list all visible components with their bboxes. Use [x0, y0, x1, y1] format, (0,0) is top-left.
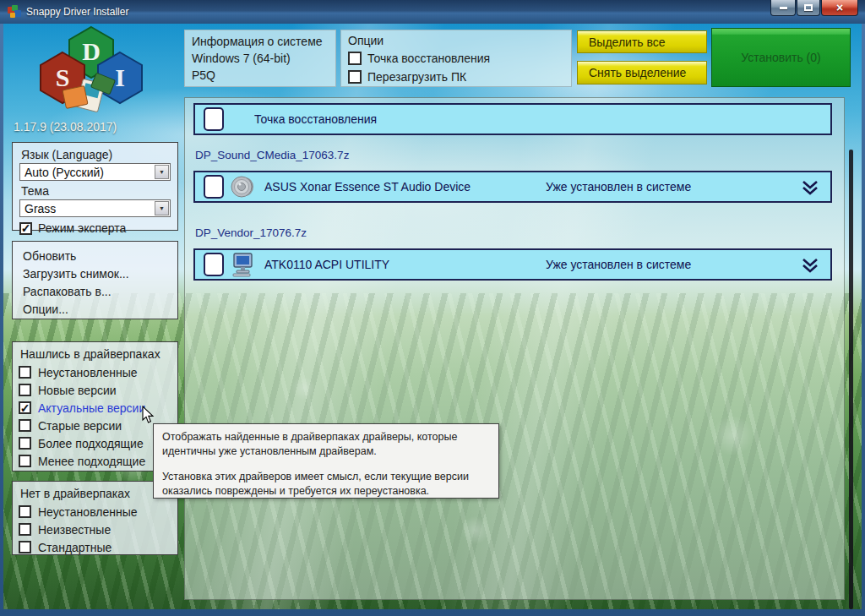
checkbox[interactable]: [19, 455, 31, 467]
menu-panel: Обновить Загрузить снимок... Распаковать…: [12, 241, 178, 319]
computer-icon: [231, 252, 256, 277]
filter-old-versions[interactable]: Старые версии: [19, 417, 171, 434]
restore-point-checkbox[interactable]: [204, 107, 224, 131]
filter-tooltip: Отображать найденные в драйверпаках драй…: [153, 423, 499, 499]
maximize-button[interactable]: [797, 0, 820, 16]
driver-checkbox[interactable]: [204, 253, 224, 276]
filter-nf-not-installed[interactable]: Неустановленные: [19, 503, 171, 521]
menu-item-extract-to[interactable]: Распаковать в...: [23, 283, 167, 300]
driverpack-link-vendor[interactable]: DP_Vendor_17076.7z: [195, 226, 307, 239]
install-button[interactable]: Установить (0): [711, 28, 851, 87]
restore-point-label: Точка восстановления: [254, 112, 377, 126]
theme-select[interactable]: Grass ▼: [19, 199, 171, 217]
checkbox[interactable]: [19, 419, 31, 432]
filter-not-installed[interactable]: Неустановленные: [19, 363, 171, 381]
checkbox[interactable]: [19, 437, 31, 450]
checkbox[interactable]: [348, 52, 362, 65]
maximize-icon: [804, 4, 813, 11]
filters-notfound-title: Нет в драйверпаках: [20, 487, 171, 500]
filters-found-title: Нашлись в драйверпаках: [20, 347, 171, 361]
minimize-button[interactable]: [770, 0, 796, 16]
menu-item-load-snapshot[interactable]: Загрузить снимок...: [23, 265, 167, 282]
close-icon: ×: [836, 2, 843, 14]
svg-text:S: S: [56, 63, 70, 91]
select-all-button[interactable]: Выделить все: [577, 30, 707, 53]
expert-mode-label: Режим эксперта: [38, 221, 126, 235]
filter-newer-versions[interactable]: Новые версии: [19, 381, 171, 399]
app-window: Snappy Driver Installer × D S I 1.17.9 (…: [0, 0, 865, 616]
filter-better-match[interactable]: Более подходящие: [19, 434, 171, 452]
chevron-down-icon[interactable]: ▼: [155, 201, 169, 215]
language-value: Auto (Русский): [20, 166, 155, 179]
settings-panel: Язык (Language) Auto (Русский) ▼ Тема Gr…: [12, 142, 178, 231]
sdi-logo: D S I: [27, 25, 155, 120]
system-info-os: Windows 7 (64-bit): [192, 50, 329, 67]
checkbox[interactable]: [19, 384, 31, 396]
close-button[interactable]: ×: [821, 0, 858, 16]
driver-list-area: Точка восстановления DP_Sound_CMedia_170…: [184, 97, 845, 600]
theme-value: Grass: [20, 202, 155, 215]
checkbox[interactable]: [19, 541, 31, 553]
checkbox[interactable]: [348, 70, 362, 84]
expand-chevron-icon[interactable]: [800, 258, 820, 275]
option-reboot-pc[interactable]: Перезагрузить ПК: [348, 68, 564, 86]
checkbox[interactable]: [19, 505, 31, 518]
language-select[interactable]: Auto (Русский) ▼: [19, 163, 171, 181]
chevron-down-icon[interactable]: ▼: [155, 165, 169, 179]
app-icon: [7, 5, 21, 19]
tooltip-line-2: Установка этих драйверов имеет смысл, ес…: [162, 470, 490, 498]
driver-row-audio[interactable]: ASUS Xonar Essence ST Audio Device Уже у…: [193, 171, 832, 203]
device-name: ATK0110 ACPI UTILITY: [264, 258, 389, 271]
menu-item-options[interactable]: Опции...: [23, 301, 167, 318]
deselect-all-button[interactable]: Снять выделение: [577, 61, 707, 84]
filter-worse-match[interactable]: Менее подходящие: [19, 452, 171, 470]
checkbox[interactable]: ✓: [19, 401, 31, 414]
svg-text:D: D: [82, 37, 101, 65]
theme-label: Тема: [21, 184, 171, 198]
tooltip-line-1: Отображать найденные в драйверпаках драй…: [162, 430, 490, 458]
checkbox[interactable]: [19, 523, 31, 536]
scrollbar[interactable]: [849, 150, 853, 609]
system-info-panel: Информация о системе Windows 7 (64-bit) …: [184, 30, 336, 87]
checkbox[interactable]: [19, 366, 31, 379]
restore-point-row[interactable]: Точка восстановления: [193, 103, 832, 135]
speaker-icon: [231, 174, 256, 199]
window-title: Snappy Driver Installer: [26, 6, 128, 18]
system-info-title: Информация о системе: [192, 33, 329, 50]
option-restore-point[interactable]: Точка восстановления: [348, 49, 564, 68]
driver-status: Уже установлен в системе: [546, 258, 691, 271]
driver-row-acpi[interactable]: ATK0110 ACPI UTILITY Уже установлен в си…: [193, 248, 832, 281]
expert-mode-checkbox[interactable]: ✓: [19, 222, 32, 235]
language-label: Язык (Language): [21, 148, 171, 161]
titlebar[interactable]: Snappy Driver Installer ×: [0, 0, 865, 24]
filter-nf-standard[interactable]: Стандартные: [19, 538, 171, 556]
driver-checkbox[interactable]: [204, 175, 224, 199]
window-body: D S I 1.17.9 (23.08.2017) Язык (Language…: [3, 24, 862, 609]
filter-nf-unknown[interactable]: Неизвестные: [19, 521, 171, 538]
driver-status: Уже установлен в системе: [546, 180, 691, 194]
minimize-icon: [780, 7, 787, 9]
app-version: 1.17.9 (23.08.2017): [14, 120, 117, 134]
expert-mode-row[interactable]: ✓ Режим эксперта: [19, 221, 171, 235]
expand-chevron-icon[interactable]: [800, 180, 820, 198]
svg-text:I: I: [115, 63, 125, 91]
system-info-motherboard: P5Q: [192, 67, 329, 84]
driverpack-link-sound[interactable]: DP_Sound_CMedia_17063.7z: [195, 149, 349, 161]
options-panel: Опции Точка восстановления Перезагрузить…: [340, 30, 572, 87]
menu-item-update[interactable]: Обновить: [23, 248, 167, 264]
device-name: ASUS Xonar Essence ST Audio Device: [264, 180, 471, 194]
options-title: Опции: [348, 33, 564, 49]
filter-current-versions[interactable]: ✓ Актуальные версии: [19, 399, 171, 417]
